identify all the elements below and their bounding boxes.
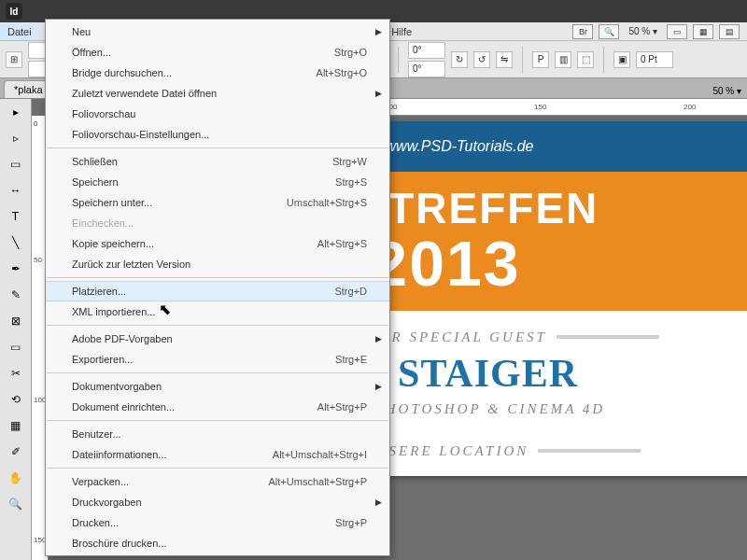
direct-select-tool-icon[interactable]: ▹ (3, 127, 29, 149)
menu-shortcut: Alt+Umschalt+Strg+I (273, 447, 367, 462)
menu-item[interactable]: Foliovorschau-Einstellungen... (46, 124, 389, 145)
menu-item[interactable]: Dateiinformationen...Alt+Umschalt+Strg+I (46, 444, 389, 465)
zoom-tool-icon[interactable]: 🔍 (3, 493, 29, 515)
menu-item[interactable]: Foliovorschau (46, 104, 389, 124)
pen-tool-icon[interactable]: ✒ (3, 258, 29, 280)
ruler-tick: 150 (534, 103, 546, 111)
menu-item-label: Foliovorschau-Einstellungen... (72, 127, 209, 142)
menu-item[interactable]: Verpacken...Alt+Umschalt+Strg+P (46, 471, 389, 492)
line-tool-icon[interactable]: ╲ (3, 231, 29, 254)
menu-item-label: Öffnen... (72, 45, 111, 60)
menu-item-label: Speichern (72, 175, 119, 189)
menu-separator (47, 147, 388, 148)
rotate-cw-icon[interactable]: ↻ (451, 51, 468, 68)
menu-item-label: Broschüre drucken... (72, 536, 167, 551)
menu-item[interactable]: Kopie speichern...Alt+Strg+S (46, 233, 389, 254)
text-frame-icon[interactable]: ▥ (555, 51, 571, 68)
stroke-weight-field[interactable]: 0 Pt (636, 51, 673, 68)
shear-field[interactable]: 0° (408, 61, 445, 77)
eyedropper-tool-icon[interactable]: ✐ (3, 441, 29, 463)
hand-tool-icon[interactable]: ✋ (3, 467, 29, 489)
menu-item[interactable]: Zuletzt verwendete Datei öffnen▶ (46, 83, 389, 104)
menu-item[interactable]: Dokumentvorgaben▶ (46, 376, 389, 397)
view-mode-icon[interactable]: ▭ (667, 24, 687, 39)
menu-shortcut: Strg+S (335, 175, 367, 189)
submenu-arrow-icon: ▶ (375, 495, 382, 510)
pencil-tool-icon[interactable]: ✎ (3, 284, 29, 306)
reference-point-icon[interactable]: ⊞ (6, 51, 22, 68)
menu-item-label: Kopie speichern... (72, 236, 154, 251)
menu-item[interactable]: Benutzer... (46, 424, 389, 444)
menu-item-label: Zurück zur letzten Version (72, 257, 190, 272)
submenu-arrow-icon: ▶ (375, 86, 382, 101)
screen-mode-icon[interactable]: ▦ (693, 24, 713, 39)
submenu-arrow-icon: ▶ (375, 379, 382, 394)
menu-item-label: Platzieren... (72, 284, 126, 299)
menu-item[interactable]: Zurück zur letzten Version (46, 254, 389, 274)
menu-item[interactable]: SpeichernStrg+S (46, 172, 389, 192)
menu-shortcut: Alt+Umschalt+Strg+P (269, 474, 367, 489)
menu-item-label: Dokumentvorgaben (72, 379, 162, 394)
rotate-ccw-icon[interactable]: ↺ (473, 51, 490, 68)
menu-shortcut: Strg+O (334, 45, 367, 60)
menu-item[interactable]: Adobe PDF-Vorgaben▶ (46, 329, 389, 349)
page-tool-icon[interactable]: ▭ (3, 153, 29, 175)
menu-shortcut: Alt+Strg+P (317, 399, 367, 414)
menu-item-label: Zuletzt verwendete Datei öffnen (72, 86, 217, 101)
gap-tool-icon[interactable]: ↔ (3, 179, 29, 202)
paragraph-icon[interactable]: P (532, 51, 549, 68)
menu-shortcut: Strg+D (334, 284, 367, 299)
tab-zoom[interactable]: 50 % ▾ (707, 84, 747, 98)
menu-item-label: Drucken... (72, 515, 119, 530)
menu-item[interactable]: Platzieren...Strg+D (46, 281, 389, 301)
gradient-tool-icon[interactable]: ▦ (3, 414, 29, 437)
menu-item: Einchecken... (46, 213, 389, 233)
object-icon[interactable]: ⬚ (577, 51, 594, 68)
menu-item[interactable]: Dokument einrichten...Alt+Strg+P (46, 397, 389, 417)
menu-separator (47, 420, 388, 421)
toolbox: ▸ ▹ ▭ ↔ T ╲ ✒ ✎ ⊠ ▭ ✂ ⟲ ▦ ✐ ✋ 🔍 (0, 99, 32, 560)
search-icon[interactable]: 🔍 (599, 24, 619, 39)
menu-item[interactable]: Speichern unter...Umschalt+Strg+S (46, 192, 389, 213)
menu-item-label: Dokument einrichten... (72, 399, 175, 414)
flip-h-icon[interactable]: ⇋ (496, 51, 513, 68)
menu-item[interactable]: Bridge durchsuchen...Alt+Strg+O (46, 63, 389, 83)
menu-item[interactable]: Broschüre drucken... (46, 533, 389, 553)
zoom-dropdown[interactable]: 50 % ▾ (625, 26, 661, 36)
menu-separator (47, 277, 388, 278)
menu-item-label: Adobe PDF-Vorgaben (72, 331, 173, 346)
menu-item[interactable]: Exportieren...Strg+E (46, 349, 389, 370)
frame-tool-icon[interactable]: ⊠ (3, 310, 29, 332)
ruler-tick: 0 (34, 119, 37, 128)
menu-item[interactable]: XML importieren... (46, 301, 389, 322)
rectangle-tool-icon[interactable]: ▭ (3, 336, 29, 358)
site-url: www.PSD-Tutorials.de (386, 138, 534, 155)
file-menu-dropdown: Neu▶Öffnen...Strg+OBridge durchsuchen...… (45, 19, 390, 556)
menu-item-label: Speichern unter... (72, 195, 152, 210)
transform-tool-icon[interactable]: ⟲ (3, 388, 29, 411)
menu-separator (47, 325, 388, 326)
submenu-arrow-icon: ▶ (375, 331, 382, 346)
tab-label: *plaka (14, 84, 43, 95)
menu-item-label: Einchecken... (72, 216, 134, 231)
menu-item[interactable]: SchließenStrg+W (46, 151, 389, 172)
menu-item[interactable]: Drucken...Strg+P (46, 512, 389, 533)
menu-item-label: Dateiinformationen... (72, 447, 167, 462)
menu-item-label: Benutzer... (72, 427, 121, 441)
menu-item[interactable]: Druckvorgaben▶ (46, 492, 389, 512)
ruler-tick: 50 (34, 256, 42, 264)
stroke-icon[interactable]: ▣ (613, 51, 630, 68)
bridge-button[interactable]: Br (572, 24, 593, 39)
menu-item[interactable]: Öffnen...Strg+O (46, 42, 389, 63)
menu-item-label: Druckvorgaben (72, 495, 142, 510)
type-tool-icon[interactable]: T (3, 205, 29, 228)
menu-separator (47, 468, 388, 469)
menu-shortcut: Strg+E (335, 352, 367, 367)
selection-tool-icon[interactable]: ▸ (3, 101, 29, 123)
arrange-icon[interactable]: ▤ (719, 24, 740, 39)
menu-item[interactable]: Neu▶ (46, 21, 389, 42)
ruler-tick: 200 (684, 103, 696, 111)
rotation-field[interactable]: 0° (408, 42, 445, 59)
menu-datei[interactable]: Datei (0, 23, 39, 40)
scissors-tool-icon[interactable]: ✂ (3, 362, 29, 385)
